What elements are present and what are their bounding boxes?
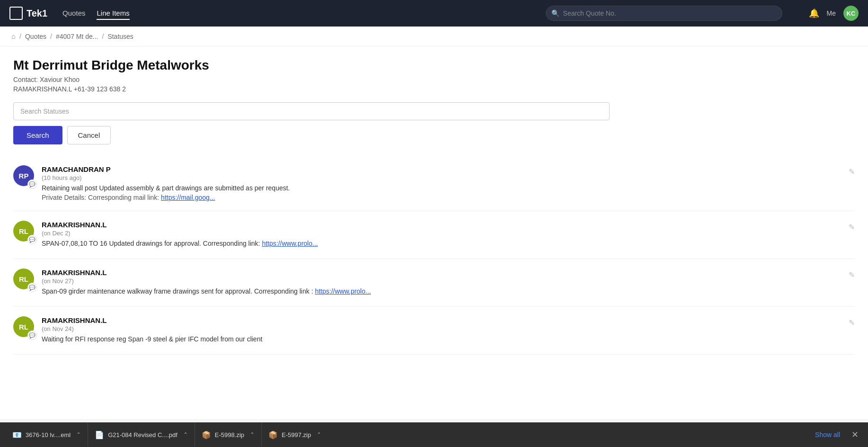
status-time: (10 hours ago)	[42, 174, 841, 181]
avatar-wrap: RL 💬	[13, 268, 34, 289]
status-link[interactable]: https://mail.goog...	[161, 194, 215, 201]
status-item: RP 💬 RAMACHANDRAN P (10 hours ago) Retai…	[13, 156, 855, 211]
avatar-wrap: RL 💬	[13, 316, 34, 337]
status-link[interactable]: https://www.prolo...	[315, 287, 371, 295]
chat-icon: 💬	[27, 235, 37, 244]
navbar-right: 🔔 Me KC	[809, 6, 859, 21]
avatar-wrap: RP 💬	[13, 165, 34, 186]
logo-box	[9, 7, 23, 20]
edit-icon[interactable]: ✎	[849, 270, 855, 279]
status-text: Span-09 girder maintenance walkway frame…	[42, 287, 841, 295]
app-name: Tek1	[27, 8, 47, 19]
global-search: 🔍	[546, 6, 782, 21]
status-item: RL 💬 RAMAKRISHNAN.L (on Nov 27) Span-09 …	[13, 259, 855, 307]
app-logo: Tek1	[9, 7, 47, 20]
status-content: RAMAKRISHNAN.L (on Nov 27) Span-09 girde…	[42, 268, 841, 297]
search-actions: Search Cancel	[13, 126, 855, 144]
chat-icon: 💬	[27, 283, 37, 292]
status-time: (on Nov 27)	[42, 277, 841, 285]
page-title: Mt Derrimut Bridge Metalworks	[13, 58, 855, 73]
chat-icon: 💬	[27, 179, 37, 189]
edit-icon[interactable]: ✎	[849, 318, 855, 327]
search-statuses-container	[13, 102, 855, 120]
contact-info: Contact: Xaviour Khoo	[13, 76, 855, 83]
edit-icon[interactable]: ✎	[849, 167, 855, 176]
search-button[interactable]: Search	[13, 126, 62, 144]
status-content: RAMAKRISHNAN.L (on Nov 24) Waiting for R…	[42, 316, 841, 345]
search-statuses-input[interactable]	[13, 102, 610, 120]
search-icon: 🔍	[551, 9, 559, 17]
status-author: RAMACHANDRAN P	[42, 165, 841, 173]
status-author: RAMAKRISHNAN.L	[42, 221, 841, 229]
chat-icon: 💬	[27, 331, 37, 340]
status-text: Retaining wall post Updated assembly & p…	[42, 184, 841, 192]
status-private: Private Details: Corresponding mail link…	[42, 194, 841, 201]
avatar-wrap: RL 💬	[13, 221, 34, 241]
status-author: RAMAKRISHNAN.L	[42, 316, 841, 324]
status-content: RAMAKRISHNAN.L (on Dec 2) SPAN-07,08,10 …	[42, 221, 841, 249]
navbar: Tek1 Quotes Line Items 🔍 🔔 Me KC	[0, 0, 868, 27]
breadcrumb-quotes[interactable]: Quotes	[25, 33, 46, 40]
status-text: Waiting for RFI response reg Span -9 ste…	[42, 335, 841, 343]
breadcrumb: ⌂ / Quotes / #4007 Mt de... / Statuses	[0, 27, 868, 46]
breadcrumb-quote-number[interactable]: #4007 Mt de...	[56, 33, 98, 40]
status-item: RL 💬 RAMAKRISHNAN.L (on Dec 2) SPAN-07,0…	[13, 211, 855, 259]
status-author: RAMAKRISHNAN.L	[42, 268, 841, 277]
edit-icon[interactable]: ✎	[849, 223, 855, 232]
status-content: RAMACHANDRAN P (10 hours ago) Retaining …	[42, 165, 841, 201]
cancel-button[interactable]: Cancel	[67, 126, 111, 144]
breadcrumb-statuses[interactable]: Statuses	[107, 33, 133, 40]
main-content: Mt Derrimut Bridge Metalworks Contact: X…	[0, 46, 868, 419]
status-time: (on Dec 2)	[42, 230, 841, 237]
status-link[interactable]: https://www.prolo...	[262, 240, 318, 247]
nav-links: Quotes Line Items	[62, 7, 130, 20]
me-label: Me	[827, 9, 836, 17]
user-avatar[interactable]: KC	[843, 6, 859, 21]
status-list: RP 💬 RAMACHANDRAN P (10 hours ago) Retai…	[13, 156, 855, 355]
nav-quotes[interactable]: Quotes	[62, 7, 85, 20]
bell-icon[interactable]: 🔔	[809, 8, 819, 18]
nav-line-items[interactable]: Line Items	[97, 7, 129, 20]
phone-info: RAMAKRISHNAN.L +61-39 123 638 2	[13, 85, 855, 93]
status-time: (on Nov 24)	[42, 325, 841, 332]
status-item: RL 💬 RAMAKRISHNAN.L (on Nov 24) Waiting …	[13, 307, 855, 355]
search-input-global[interactable]	[546, 6, 782, 21]
status-text: SPAN-07,08,10 TO 16 Updated drawings for…	[42, 240, 841, 247]
home-icon[interactable]: ⌂	[11, 32, 16, 40]
